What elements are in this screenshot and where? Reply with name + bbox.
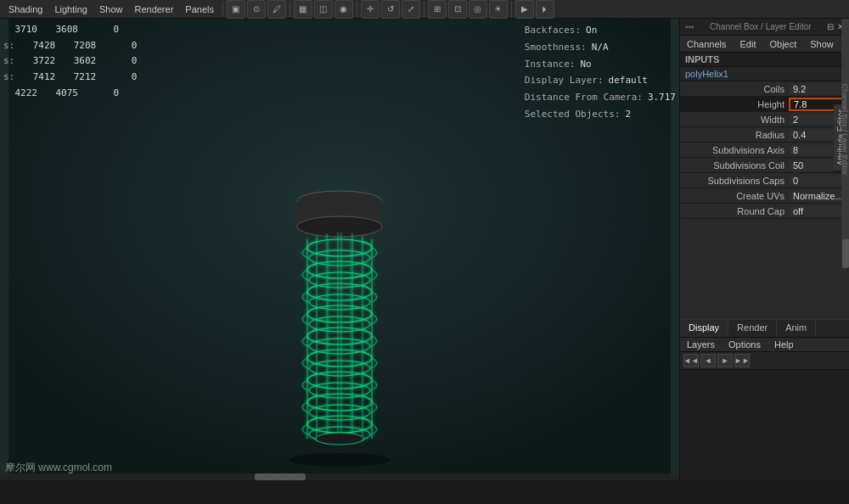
tool-paint[interactable]: 🖊: [267, 0, 286, 19]
tool-playback[interactable]: ⏵: [536, 0, 554, 19]
ch-name-subdiv-caps: Subdivisions Caps: [680, 176, 790, 186]
main-layout: 371036080 s:742872080 s:372236020 s:7412…: [0, 19, 849, 480]
ch-name-round-cap: Round Cap: [680, 206, 790, 216]
viewport-scrollbar[interactable]: [0, 473, 679, 480]
ch-menu-show[interactable]: Show: [803, 37, 841, 51]
ch-section-inputs: INPUTS: [680, 53, 849, 67]
layer-menu-options[interactable]: Options: [722, 338, 767, 351]
channel-box-content: INPUTS polyHelix1 Coils 9.2 Height 7.8 W…: [680, 53, 849, 319]
layer-tabs: Display Render Anim: [680, 320, 849, 338]
menu-renderer[interactable]: Renderer: [129, 3, 178, 16]
arrow-prev[interactable]: ◄: [700, 354, 716, 367]
layer-menu: Layers Options Help: [680, 338, 849, 352]
panel-float-btn[interactable]: ⊟: [827, 22, 834, 31]
menu-show[interactable]: Show: [94, 3, 128, 16]
viewport-scrollbar-thumb[interactable]: [255, 473, 306, 480]
viewport-info: Backfaces:On Smoothness:N/A Instance:No …: [525, 22, 676, 123]
tool-scale[interactable]: ⤢: [402, 0, 420, 19]
ch-name-width: Width: [680, 115, 790, 125]
ch-menu-edit[interactable]: Edit: [733, 37, 762, 51]
tool-lasso[interactable]: ⊙: [247, 0, 266, 19]
menu-panels[interactable]: Panels: [180, 3, 219, 16]
ch-scrollbar-thumb[interactable]: [842, 234, 849, 268]
ch-name-radius: Radius: [680, 130, 790, 140]
toolbar-separator-1: [222, 2, 223, 17]
toolbar-separator-5: [511, 2, 512, 17]
toolbar-separator-4: [424, 2, 424, 17]
toolbar-separator-3: [357, 2, 357, 17]
toolbar-separator-2: [290, 2, 290, 17]
ch-row-radius[interactable]: Radius 0.4: [680, 127, 849, 143]
arrow-next[interactable]: ►: [717, 354, 733, 367]
arrow-last[interactable]: ►►: [734, 354, 750, 367]
ch-row-subdiv-caps[interactable]: Subdivisions Caps 0: [680, 173, 849, 188]
viewport-3d[interactable]: 371036080 s:742872080 s:372236020 s:7412…: [0, 19, 679, 480]
svg-point-1: [289, 453, 391, 467]
ch-name-height: Height: [680, 99, 790, 109]
panel-header: ▪▪▪ Channel Box / Layer Editor ⊟ ✕: [680, 19, 849, 36]
tool-transform[interactable]: ✛: [361, 0, 380, 19]
tool-wireframe[interactable]: ◫: [314, 0, 333, 19]
svg-point-33: [316, 433, 363, 445]
tool-snap[interactable]: ⊞: [428, 0, 447, 19]
right-panel: ▪▪▪ Channel Box / Layer Editor ⊟ ✕ Chann…: [679, 19, 849, 480]
svg-point-4: [297, 216, 382, 237]
ch-row-subdiv-coil[interactable]: Subdivisions Coil 50: [680, 158, 849, 173]
channel-box-menu: Channels Edit Object Show ⚷: [680, 36, 849, 53]
channel-box-side-label: Channel Box / Layer Editor: [841, 19, 849, 239]
ch-row-create-uvs[interactable]: Create UVs Normalize...: [680, 188, 849, 204]
menu-shading[interactable]: Shading: [3, 3, 48, 16]
tool-render[interactable]: ▶: [515, 0, 534, 19]
ch-row-round-cap[interactable]: Round Cap off: [680, 204, 849, 219]
tool-grid[interactable]: ▦: [294, 0, 312, 19]
tool-rotate[interactable]: ↺: [381, 0, 400, 19]
tool-magnet[interactable]: ⊡: [448, 0, 467, 19]
ch-menu-object[interactable]: Object: [762, 37, 803, 51]
layer-content: [680, 370, 849, 480]
layer-arrows: ◄◄ ◄ ► ►►: [680, 352, 849, 370]
ch-menu-channels[interactable]: Channels: [680, 37, 733, 51]
ch-row-width[interactable]: Width 2: [680, 112, 849, 127]
layer-menu-layers[interactable]: Layers: [680, 338, 722, 351]
layer-editor-section: Display Render Anim Layers Options Help …: [680, 319, 849, 480]
ch-name-coils: Coils: [680, 84, 790, 94]
top-menu: Shading Lighting Show Renderer Panels ▣ …: [0, 0, 849, 19]
tab-display[interactable]: Display: [680, 320, 728, 337]
tab-render[interactable]: Render: [728, 320, 777, 337]
ch-row-height[interactable]: Height 7.8: [680, 97, 849, 112]
ch-row-coils[interactable]: Coils 9.2: [680, 81, 849, 97]
arrow-first[interactable]: ◄◄: [683, 354, 699, 367]
panel-title: Channel Box / Layer Editor: [710, 22, 812, 31]
ch-value-subdiv-caps[interactable]: 0: [790, 176, 849, 186]
tool-camera[interactable]: ◎: [469, 0, 487, 19]
ch-value-create-uvs[interactable]: Normalize...: [790, 191, 849, 201]
ch-object-label: polyHelix1: [680, 67, 849, 81]
ch-name-subdiv-coil: Subdivisions Coil: [680, 160, 790, 171]
ch-name-subdiv-axis: Subdivisions Axis: [680, 145, 790, 155]
ch-value-coils[interactable]: 9.2: [790, 84, 849, 94]
tool-select[interactable]: ▣: [227, 0, 245, 19]
menu-lighting[interactable]: Lighting: [49, 3, 93, 16]
tab-anim[interactable]: Anim: [777, 320, 816, 337]
tool-smooth[interactable]: ◉: [335, 0, 353, 19]
ch-value-round-cap[interactable]: off: [790, 206, 849, 216]
ch-row-subdiv-axis[interactable]: Subdivisions Axis 8: [680, 143, 849, 158]
ch-name-create-uvs: Create UVs: [680, 191, 790, 201]
layer-menu-help[interactable]: Help: [767, 338, 801, 351]
tool-light[interactable]: ☀: [489, 0, 508, 19]
viewport-stats: 371036080 s:742872080 s:372236020 s:7412…: [3, 22, 137, 101]
